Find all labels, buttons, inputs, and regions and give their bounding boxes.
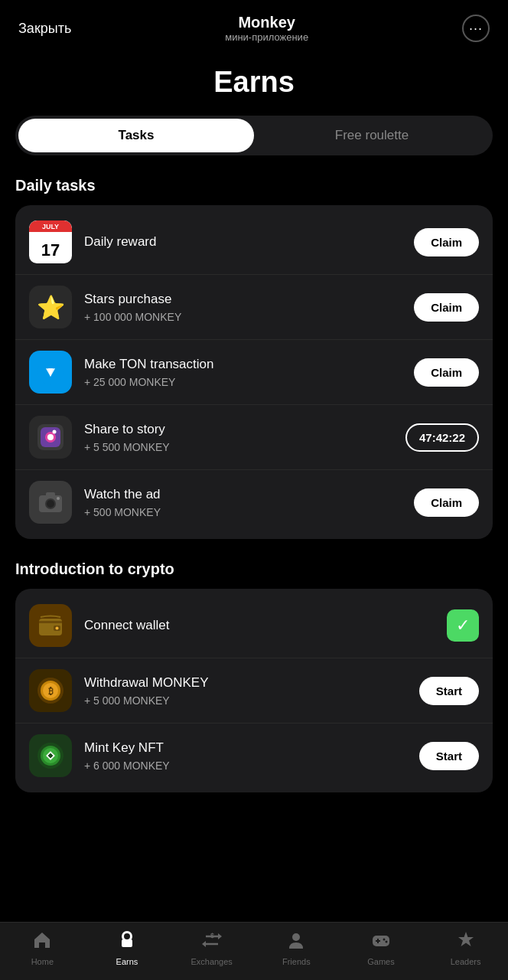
task-info: Mint Key NFT + 6 000 MONKEY (84, 740, 407, 771)
task-row: ₿ Withdrawal MONKEY + 5 000 MONKEY Start (15, 658, 493, 723)
svg-point-14 (56, 627, 59, 630)
stars-icon: ⭐ (29, 286, 72, 328)
task-info: Make TON transaction + 25 000 MONKEY (84, 356, 402, 387)
task-reward: + 25 000 MONKEY (84, 376, 402, 388)
task-info: Connect wallet (84, 617, 435, 634)
nav-exchanges[interactable]: $ Exchanges (189, 930, 235, 966)
header: Закрыть Monkey мини-приложение ··· (0, 0, 508, 52)
task-reward: + 100 000 MONKEY (84, 311, 402, 323)
task-info: Withdrawal MONKEY + 5 000 MONKEY (84, 675, 407, 706)
task-action: Claim (414, 293, 479, 322)
intro-crypto-card: Connect wallet ✓ ₿ Withdrawal MONKEY + 5… (15, 589, 493, 792)
task-info: Share to story + 5 500 MONKEY (84, 421, 393, 452)
task-reward: + 5 000 MONKEY (84, 694, 407, 707)
start-button[interactable]: Start (419, 742, 479, 770)
start-button[interactable]: Start (419, 677, 479, 705)
task-name: Mint Key NFT (84, 740, 407, 756)
task-action: 47:42:22 (405, 423, 479, 452)
task-row: ⭐ Stars purchase + 100 000 MONKEY Claim (15, 274, 493, 339)
tab-switcher: Tasks Free roulette (15, 116, 493, 155)
task-action: Claim (414, 358, 479, 387)
nav-games[interactable]: Games (358, 930, 404, 966)
claim-button[interactable]: Claim (414, 488, 479, 517)
task-name: Withdrawal MONKEY (84, 675, 407, 691)
nav-games-label: Games (367, 957, 394, 966)
nft-icon (29, 734, 72, 777)
task-reward: + 5 500 MONKEY (84, 441, 393, 453)
games-icon (371, 930, 391, 953)
claim-button[interactable]: Claim (414, 293, 479, 322)
task-row: Mint Key NFT + 6 000 MONKEY Start (15, 723, 493, 788)
task-name: Stars purchase (84, 291, 402, 308)
app-subtitle: мини-приложение (225, 31, 308, 43)
close-button[interactable]: Закрыть (18, 21, 71, 37)
svg-text:$: $ (210, 932, 214, 939)
app-name: Monkey (225, 14, 308, 31)
friends-icon (286, 930, 306, 953)
svg-point-35 (383, 939, 385, 941)
daily-reward-icon: July 17 (29, 220, 72, 263)
svg-marker-27 (218, 933, 222, 939)
wallet-icon (29, 604, 72, 647)
nav-friends[interactable]: Friends (273, 930, 319, 966)
task-row: Share to story + 5 500 MONKEY 47:42:22 (15, 404, 493, 469)
cal-day: 17 (41, 242, 60, 259)
svg-rect-12 (39, 621, 62, 623)
ton-icon (29, 351, 72, 394)
task-action: Start (419, 677, 479, 705)
daily-tasks-title: Daily tasks (0, 177, 508, 205)
svg-point-36 (385, 941, 387, 943)
svg-rect-24 (122, 939, 132, 947)
exchanges-icon: $ (202, 930, 222, 953)
task-reward: + 500 MONKEY (84, 506, 402, 518)
task-name: Connect wallet (84, 617, 435, 634)
svg-marker-29 (202, 941, 206, 947)
task-info: Watch the ad + 500 MONKEY (84, 486, 402, 518)
nav-leaders-label: Leaders (451, 957, 481, 966)
claim-button[interactable]: Claim (414, 358, 479, 387)
claim-button[interactable]: Claim (414, 228, 479, 256)
svg-rect-9 (46, 492, 55, 497)
nav-friends-label: Friends (282, 957, 311, 966)
coin-icon: ₿ (29, 669, 72, 712)
svg-point-31 (292, 933, 300, 941)
svg-point-25 (124, 933, 130, 939)
task-row: Make TON transaction + 25 000 MONKEY Cla… (15, 339, 493, 404)
menu-button[interactable]: ··· (462, 15, 490, 42)
bottom-nav: Home Earns $ Exchanges (0, 922, 508, 980)
story-icon (29, 416, 72, 459)
nav-leaders[interactable]: Leaders (443, 930, 489, 966)
task-name: Make TON transaction (84, 356, 402, 373)
daily-tasks-card: July 17 Daily reward Claim ⭐ Stars purch… (15, 205, 493, 539)
tab-roulette[interactable]: Free roulette (254, 119, 490, 152)
header-title-block: Monkey мини-приложение (225, 14, 308, 43)
task-row: July 17 Daily reward Claim (15, 210, 493, 274)
nav-earns-label: Earns (116, 957, 138, 966)
tab-tasks[interactable]: Tasks (18, 119, 254, 152)
task-info: Stars purchase + 100 000 MONKEY (84, 291, 402, 322)
task-action: Start (419, 742, 479, 770)
leaders-icon (456, 930, 476, 953)
nav-exchanges-label: Exchanges (190, 957, 232, 966)
svg-point-10 (57, 497, 60, 500)
svg-point-8 (47, 500, 54, 508)
timer-badge: 47:42:22 (405, 423, 479, 452)
nav-home[interactable]: Home (19, 930, 65, 966)
task-row: Watch the ad + 500 MONKEY Claim (15, 469, 493, 534)
intro-crypto-title: Introduction to crypto (0, 560, 508, 589)
home-icon (32, 930, 52, 953)
svg-point-5 (53, 430, 57, 434)
svg-text:₿: ₿ (48, 686, 54, 697)
camera-icon (29, 481, 72, 524)
check-badge: ✓ (447, 609, 479, 642)
earns-icon (117, 930, 137, 953)
nav-home-label: Home (31, 957, 54, 966)
task-name: Daily reward (84, 234, 402, 250)
content-scroll: Daily tasks July 17 Daily reward Claim ⭐… (0, 177, 508, 890)
task-row: Connect wallet ✓ (15, 593, 493, 658)
svg-point-4 (47, 434, 54, 440)
task-action: Claim (414, 228, 479, 256)
task-action: ✓ (447, 609, 479, 642)
task-info: Daily reward (84, 234, 402, 250)
nav-earns[interactable]: Earns (104, 930, 150, 966)
